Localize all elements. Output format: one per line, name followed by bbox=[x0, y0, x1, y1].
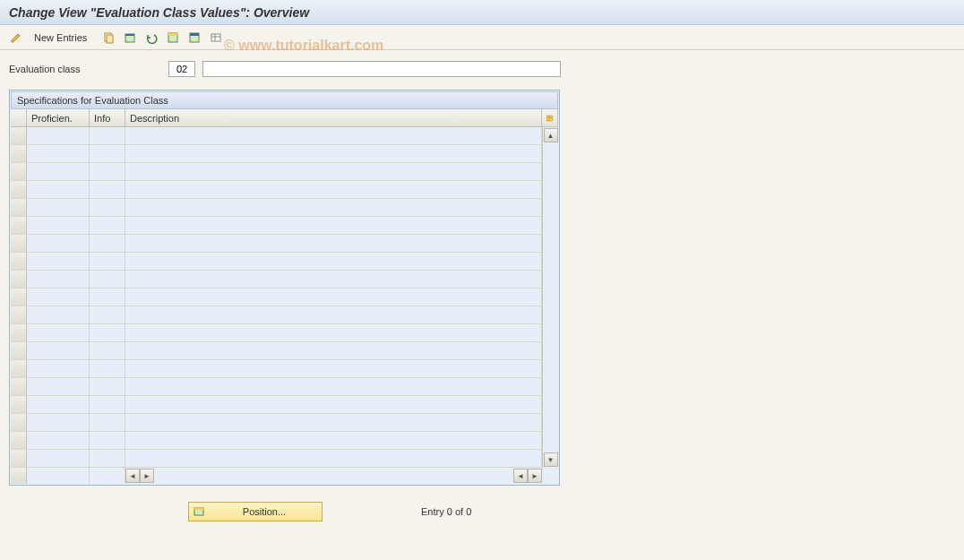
row-selector[interactable] bbox=[11, 414, 27, 431]
row-selector[interactable] bbox=[11, 235, 27, 252]
new-entries-button[interactable]: New Entries bbox=[29, 32, 92, 43]
scroll-right-button[interactable]: ► bbox=[140, 469, 154, 483]
row-selector[interactable] bbox=[11, 127, 27, 144]
cell-description[interactable] bbox=[125, 181, 542, 198]
cell-proficien[interactable] bbox=[27, 396, 90, 413]
table-row[interactable] bbox=[11, 342, 542, 360]
cell-proficien[interactable] bbox=[27, 378, 90, 395]
cell-info[interactable] bbox=[90, 235, 125, 252]
cell-info[interactable] bbox=[90, 396, 125, 413]
cell-info[interactable] bbox=[90, 127, 125, 144]
table-row[interactable] bbox=[11, 360, 542, 378]
proficien-header[interactable]: Proficien. bbox=[27, 109, 90, 126]
scroll-down-button[interactable]: ▼ bbox=[544, 452, 558, 467]
cell-description[interactable] bbox=[125, 360, 542, 377]
cell-proficien[interactable] bbox=[27, 181, 90, 198]
undo-button[interactable] bbox=[142, 29, 160, 47]
row-selector[interactable] bbox=[11, 199, 27, 216]
scroll-right2-button[interactable]: ► bbox=[528, 469, 542, 483]
configure-columns-button[interactable] bbox=[542, 109, 558, 126]
row-selector[interactable] bbox=[11, 163, 27, 180]
cell-description[interactable] bbox=[125, 217, 542, 234]
cell-description[interactable] bbox=[125, 199, 542, 216]
copy-button[interactable] bbox=[99, 29, 117, 47]
table-row[interactable] bbox=[11, 324, 542, 342]
table-row[interactable] bbox=[11, 181, 542, 199]
select-all-button[interactable] bbox=[164, 29, 182, 47]
row-selector[interactable] bbox=[11, 360, 27, 377]
cell-proficien[interactable] bbox=[27, 324, 90, 341]
row-selector[interactable] bbox=[11, 271, 27, 288]
cell-proficien[interactable] bbox=[27, 450, 90, 467]
table-row[interactable] bbox=[11, 271, 542, 289]
cell-description[interactable] bbox=[125, 253, 542, 270]
cell-proficien[interactable] bbox=[27, 253, 90, 270]
cell-proficien[interactable] bbox=[27, 432, 90, 449]
table-row[interactable] bbox=[11, 450, 542, 468]
cell-description[interactable] bbox=[125, 378, 542, 395]
cell-proficien[interactable] bbox=[27, 271, 90, 288]
cell-info[interactable] bbox=[90, 271, 125, 288]
cell-description[interactable] bbox=[125, 342, 542, 359]
cell-description[interactable] bbox=[125, 271, 542, 288]
cell-info[interactable] bbox=[90, 432, 125, 449]
delete-button[interactable] bbox=[121, 29, 139, 47]
table-row[interactable] bbox=[11, 306, 542, 324]
cell-proficien[interactable] bbox=[27, 127, 90, 144]
cell-info[interactable] bbox=[90, 378, 125, 395]
cell-info[interactable] bbox=[90, 414, 125, 431]
row-selector[interactable] bbox=[11, 217, 27, 234]
table-row[interactable] bbox=[11, 235, 542, 253]
table-row[interactable] bbox=[11, 145, 542, 163]
table-row[interactable] bbox=[11, 378, 542, 396]
table-row[interactable] bbox=[11, 217, 542, 235]
cell-proficien[interactable] bbox=[27, 235, 90, 252]
row-selector[interactable] bbox=[11, 253, 27, 270]
cell-description[interactable] bbox=[125, 414, 542, 431]
cell-info[interactable] bbox=[90, 324, 125, 341]
scroll-left2-button[interactable]: ◄ bbox=[513, 469, 528, 483]
selector-header[interactable] bbox=[11, 109, 27, 126]
row-selector[interactable] bbox=[11, 432, 27, 449]
cell-info[interactable] bbox=[90, 306, 125, 323]
info-header[interactable]: Info bbox=[90, 109, 125, 126]
row-selector[interactable] bbox=[11, 306, 27, 323]
cell-proficien[interactable] bbox=[27, 217, 90, 234]
row-selector[interactable] bbox=[11, 342, 27, 359]
cell-info[interactable] bbox=[90, 145, 125, 162]
row-selector[interactable] bbox=[11, 450, 27, 467]
cell-description[interactable] bbox=[125, 127, 542, 144]
row-selector[interactable] bbox=[11, 289, 27, 306]
scroll-track[interactable] bbox=[543, 143, 558, 452]
cell-description[interactable] bbox=[125, 306, 542, 323]
row-selector[interactable] bbox=[11, 145, 27, 162]
row-selector[interactable] bbox=[11, 324, 27, 341]
cell-info[interactable] bbox=[90, 253, 125, 270]
cell-proficien[interactable] bbox=[27, 145, 90, 162]
evaluation-class-input[interactable] bbox=[168, 61, 195, 77]
cell-description[interactable] bbox=[125, 450, 542, 467]
table-row[interactable] bbox=[11, 414, 542, 432]
cell-info[interactable] bbox=[90, 217, 125, 234]
description-header[interactable]: Description bbox=[125, 109, 542, 126]
table-row[interactable] bbox=[11, 199, 542, 217]
vertical-scrollbar[interactable]: ▲ ▼ bbox=[542, 127, 558, 468]
cell-info[interactable] bbox=[90, 199, 125, 216]
table-row[interactable] bbox=[11, 289, 542, 306]
cell-description[interactable] bbox=[125, 432, 542, 449]
cell-description[interactable] bbox=[125, 163, 542, 180]
table-row[interactable] bbox=[11, 396, 542, 414]
cell-proficien[interactable] bbox=[27, 414, 90, 431]
table-row[interactable] bbox=[11, 163, 542, 181]
position-button[interactable]: Position... bbox=[188, 502, 323, 521]
table-row[interactable] bbox=[11, 127, 542, 145]
evaluation-class-desc-input[interactable] bbox=[202, 61, 561, 77]
cell-description[interactable] bbox=[125, 396, 542, 413]
table-settings-button[interactable] bbox=[207, 29, 225, 47]
cell-proficien[interactable] bbox=[27, 342, 90, 359]
cell-info[interactable] bbox=[90, 360, 125, 377]
scroll-left-button[interactable]: ◄ bbox=[125, 469, 140, 483]
cell-proficien[interactable] bbox=[27, 289, 90, 306]
cell-description[interactable] bbox=[125, 145, 542, 162]
cell-description[interactable] bbox=[125, 235, 542, 252]
